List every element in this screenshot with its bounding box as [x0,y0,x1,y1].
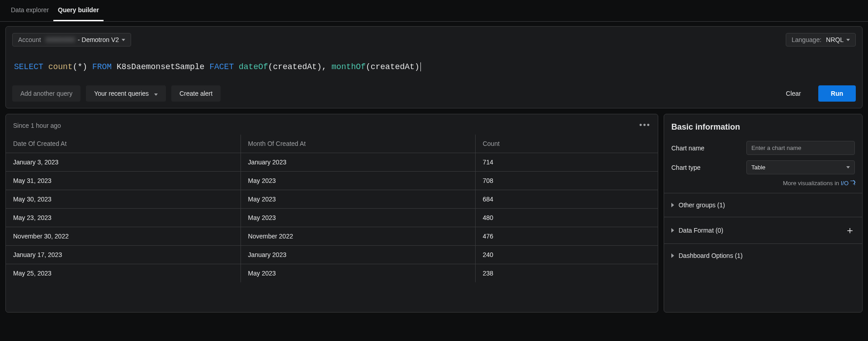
clear-button[interactable]: Clear [778,85,809,102]
col-date[interactable]: Date Of Created At [6,135,241,153]
add-query-button[interactable]: Add another query [12,85,80,102]
col-count[interactable]: Count [475,135,658,153]
config-panel: Basic information Chart name Chart type … [664,114,863,313]
results-panel: Since 1 hour ago ••• Date Of Created At … [5,114,658,313]
accordion-data-format[interactable]: Data Format (0) ＋ [664,217,862,243]
account-name: - Demotron V2 [78,36,119,43]
table-row[interactable]: January 17, 2023January 2023240 [6,246,658,264]
chart-name-input[interactable] [746,141,855,155]
results-table: Date Of Created At Month Of Created At C… [6,135,658,282]
chevron-right-icon [671,203,674,207]
query-builder-panel: Account XXXXXXX - Demotron V2 Language: … [5,26,863,108]
chevron-right-icon [671,228,674,233]
run-button[interactable]: Run [818,85,856,102]
top-tabs: Data explorer Query builder [0,0,868,22]
more-menu-icon[interactable]: ••• [639,121,651,130]
chevron-down-icon [846,166,850,168]
table-row[interactable]: May 23, 2023May 2023480 [6,209,658,227]
table-row[interactable]: May 31, 2023May 2023708 [6,172,658,190]
accordion-other-groups[interactable]: Other groups (1) [664,193,862,217]
since-label: Since 1 hour ago [13,122,61,129]
create-alert-button[interactable]: Create alert [171,85,221,102]
tab-query-builder[interactable]: Query builder [53,0,104,21]
account-id-masked: XXXXXXX [46,36,75,43]
tab-data-explorer[interactable]: Data explorer [6,0,53,21]
chevron-down-icon [154,93,158,96]
chart-type-select[interactable]: Table [746,160,855,174]
table-row[interactable]: November 30, 2022November 2022476 [6,227,658,246]
accordion-dashboard-options[interactable]: Dashboard Options (1) [664,244,862,267]
table-row[interactable]: January 3, 2023January 2023714 [6,153,658,172]
recent-queries-button[interactable]: Your recent queries [86,85,166,102]
account-label: Account [18,36,41,43]
col-month[interactable]: Month Of Created At [241,135,475,153]
language-value: NRQL [826,36,844,43]
language-label: Language: [792,36,821,43]
chevron-right-icon [671,253,674,258]
basic-info-title: Basic information [671,122,855,132]
external-link-icon [850,181,855,185]
text-cursor [420,62,421,71]
io-link[interactable]: I/O [841,180,849,187]
chart-type-label: Chart type [671,164,701,171]
more-viz-note: More visualizations in I/O [664,177,862,193]
language-selector[interactable]: Language: NRQL [786,33,856,47]
chevron-down-icon [846,39,850,41]
table-row[interactable]: May 25, 2023May 2023238 [6,264,658,283]
query-editor[interactable]: SELECT count(*) FROM K8sDaemonsetSample … [12,54,856,85]
account-selector[interactable]: Account XXXXXXX - Demotron V2 [12,33,131,47]
chevron-down-icon [122,39,125,41]
table-row[interactable]: May 30, 2023May 2023684 [6,190,658,209]
chart-name-label: Chart name [671,145,704,152]
plus-icon[interactable]: ＋ [845,225,855,235]
